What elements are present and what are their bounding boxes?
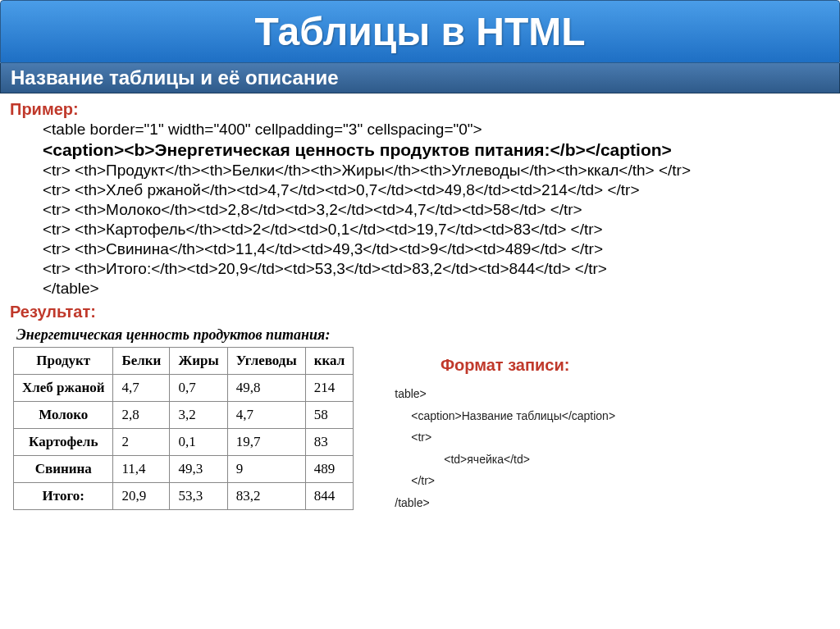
table-cell: 4,7 [113, 375, 170, 402]
table-header-cell: Углеводы [227, 348, 305, 375]
code-line: <tr> <th>Картофель</th><td>2</td><td>0,1… [43, 221, 830, 239]
format-line: <td>ячейка</td> [395, 449, 615, 471]
row-name-cell: Хлеб ржаной [14, 375, 113, 402]
table-cell: 4,7 [227, 402, 305, 429]
table-cell: 0,1 [170, 429, 227, 456]
subtitle-bar: Название таблицы и её описание [0, 63, 840, 93]
table-header-cell: Продукт [14, 348, 113, 375]
table-row: Хлеб ржаной4,70,749,8214 [14, 375, 354, 402]
table-row: Свинина11,449,39489 [14, 456, 354, 483]
code-line: <tr> <th>Молоко</th><td>2,8</td><td>3,2<… [43, 201, 830, 219]
code-line: <tr> <th>Свинина</th><td>11,4</td><td>49… [43, 240, 830, 258]
code-line: <tr> <th>Итого:</th><td>20,9</td><td>53,… [43, 260, 830, 278]
table-cell: 9 [227, 456, 305, 483]
result-label: Результат: [10, 303, 830, 321]
page-subtitle: Название таблицы и её описание [11, 66, 829, 89]
format-line: </tr> [395, 470, 615, 492]
table-cell: 844 [305, 483, 354, 510]
table-row: Молоко2,83,24,758 [14, 402, 354, 429]
table-cell: 49,8 [227, 375, 305, 402]
format-column: Формат записи: table><caption>Название т… [395, 323, 615, 514]
table-cell: 83 [305, 429, 354, 456]
table-cell: 19,7 [227, 429, 305, 456]
table-cell: 214 [305, 375, 354, 402]
table-cell: 53,3 [170, 483, 227, 510]
format-line: <caption>Название таблицы</caption> [395, 405, 615, 427]
table-row: Картофель20,119,783 [14, 429, 354, 456]
table-cell: 0,7 [170, 375, 227, 402]
row-name-cell: Итого: [14, 483, 113, 510]
table-header-cell: Жиры [170, 348, 227, 375]
table-cell: 2,8 [113, 402, 170, 429]
example-label: Пример: [10, 100, 830, 119]
table-header-cell: Белки [113, 348, 170, 375]
table-header-row: ПродуктБелкиЖирыУглеводыккал [14, 348, 354, 375]
code-line: <tr> <th>Хлеб ржаной</th><td>4,7</td><td… [43, 181, 830, 199]
code-line: <caption><b>Энергетическая ценность прод… [43, 140, 830, 160]
table-cell: 489 [305, 456, 354, 483]
code-line: </table> [43, 280, 830, 298]
table-cell: 20,9 [113, 483, 170, 510]
code-line: <tr> <th>Продукт</th><th>Белки</th><th>Ж… [43, 162, 830, 180]
table-row: Итого:20,953,383,2844 [14, 483, 354, 510]
table-cell: 11,4 [113, 456, 170, 483]
table-cell: 83,2 [227, 483, 305, 510]
code-line: <table border="1" width="400" cellpaddin… [43, 121, 830, 139]
result-table: ПродуктБелкиЖирыУглеводыккалХлеб ржаной4… [13, 347, 354, 510]
code-example: <table border="1" width="400" cellpaddin… [10, 121, 830, 298]
table-cell: 49,3 [170, 456, 227, 483]
result-column: Энергетическая ценность продуктов питани… [10, 323, 354, 510]
content-area: Пример: <table border="1" width="400" ce… [0, 93, 840, 519]
result-table-caption: Энергетическая ценность продуктов питани… [10, 323, 354, 347]
format-block: table><caption>Название таблицы</caption… [395, 383, 615, 514]
row-name-cell: Свинина [14, 456, 113, 483]
format-line: <tr> [395, 426, 615, 449]
table-cell: 2 [113, 429, 170, 456]
row-name-cell: Молоко [14, 402, 113, 429]
format-heading: Формат записи: [395, 356, 615, 375]
title-bar: Таблицы в HTML [0, 0, 840, 63]
table-cell: 58 [305, 402, 354, 429]
page-title: Таблицы в HTML [1, 9, 839, 54]
table-header-cell: ккал [305, 348, 354, 375]
table-cell: 3,2 [170, 402, 227, 429]
bottom-row: Энергетическая ценность продуктов питани… [10, 323, 830, 514]
format-line: /table> [395, 492, 615, 514]
format-line: table> [395, 383, 615, 405]
row-name-cell: Картофель [14, 429, 113, 456]
